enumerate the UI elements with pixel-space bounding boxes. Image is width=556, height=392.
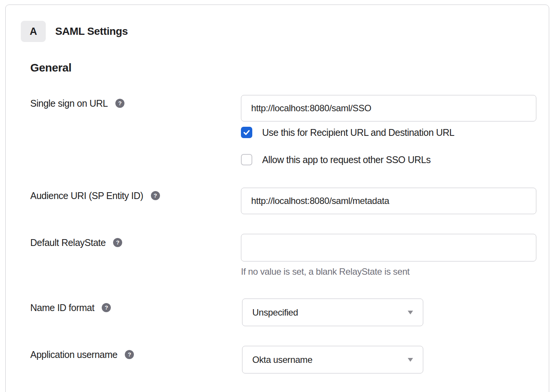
app-username-label-row: Application username ? bbox=[30, 349, 134, 360]
saml-settings-page: A SAML Settings General Single sign on U… bbox=[0, 0, 556, 392]
relaystate-help-icon[interactable]: ? bbox=[113, 238, 122, 247]
sso-url-label: Single sign on URL bbox=[30, 98, 108, 109]
relaystate-label-row: Default RelayState ? bbox=[30, 237, 122, 248]
checkmark-icon bbox=[242, 128, 251, 137]
sso-url-label-row: Single sign on URL ? bbox=[30, 98, 124, 109]
name-id-format-label: Name ID format bbox=[30, 302, 94, 313]
sso-url-input[interactable] bbox=[241, 95, 536, 121]
relaystate-input[interactable] bbox=[241, 234, 536, 261]
app-username-label: Application username bbox=[30, 349, 117, 360]
name-id-format-selected-value: Unspecified bbox=[252, 307, 298, 318]
app-username-selected-value: Okta username bbox=[252, 355, 312, 365]
caret-down-icon bbox=[408, 358, 413, 362]
recipient-url-checkbox[interactable] bbox=[241, 127, 252, 138]
audience-uri-input[interactable] bbox=[241, 188, 536, 214]
saml-settings-card: A SAML Settings General Single sign on U… bbox=[5, 5, 549, 392]
recipient-url-checkbox-label[interactable]: Use this for Recipient URL and Destinati… bbox=[262, 127, 454, 138]
other-sso-checkbox-row: Allow this app to request other SSO URLs bbox=[241, 154, 431, 165]
app-username-select[interactable]: Okta username bbox=[242, 346, 423, 373]
relaystate-label: Default RelayState bbox=[30, 237, 106, 248]
sso-url-help-icon[interactable]: ? bbox=[115, 99, 124, 108]
other-sso-checkbox-label[interactable]: Allow this app to request other SSO URLs bbox=[262, 154, 431, 165]
section-heading-general: General bbox=[30, 61, 71, 74]
step-a-badge-letter: A bbox=[30, 26, 37, 37]
caret-down-icon bbox=[408, 311, 413, 314]
audience-uri-label: Audience URI (SP Entity ID) bbox=[30, 190, 143, 201]
name-id-format-label-row: Name ID format ? bbox=[30, 302, 111, 313]
other-sso-checkbox[interactable] bbox=[241, 154, 252, 165]
app-username-help-icon[interactable]: ? bbox=[125, 350, 134, 359]
audience-uri-label-row: Audience URI (SP Entity ID) ? bbox=[30, 190, 160, 201]
name-id-format-help-icon[interactable]: ? bbox=[102, 303, 111, 312]
name-id-format-select[interactable]: Unspecified bbox=[242, 299, 423, 326]
relaystate-hint: If no value is set, a blank RelayState i… bbox=[241, 266, 410, 277]
page-title: SAML Settings bbox=[55, 25, 128, 37]
recipient-url-checkbox-row: Use this for Recipient URL and Destinati… bbox=[241, 127, 454, 138]
audience-uri-help-icon[interactable]: ? bbox=[151, 191, 160, 200]
step-a-badge: A bbox=[21, 21, 46, 42]
